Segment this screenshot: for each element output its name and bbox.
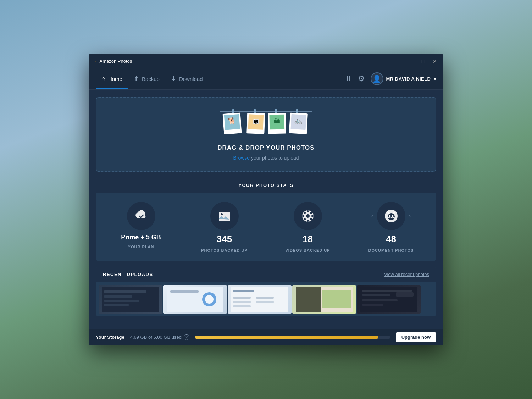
storage-info: 4.69 GB of 5.00 GB used ? <box>130 334 189 340</box>
recent-thumbnails <box>96 282 436 316</box>
nav-backup[interactable]: ⬆ Backup <box>128 68 165 89</box>
download-icon: ⬇ <box>171 75 176 83</box>
app-window: ~ Amazon Photos — □ ✕ ⌂ Home ⬆ Backup ⬇ … <box>89 54 443 345</box>
storage-progress-fill <box>195 336 378 339</box>
svg-point-33 <box>389 215 390 217</box>
svg-point-20 <box>306 214 310 218</box>
svg-rect-40 <box>104 295 132 298</box>
avatar-icon: 👤 <box>372 74 382 83</box>
cloud-check-icon <box>133 208 149 224</box>
home-icon: ⌂ <box>101 75 105 83</box>
close-button[interactable]: ✕ <box>431 58 439 65</box>
nav-download[interactable]: ⬇ Download <box>165 68 209 89</box>
stat-photos-value: 345 <box>217 234 232 245</box>
info-icon[interactable]: ? <box>184 334 189 340</box>
upgrade-button[interactable]: Upgrade now <box>396 332 436 342</box>
svg-point-22 <box>307 220 309 222</box>
svg-rect-50 <box>233 297 251 299</box>
svg-point-35 <box>390 217 392 218</box>
svg-rect-52 <box>233 301 251 303</box>
stat-photos-icon-wrap <box>210 202 239 230</box>
svg-rect-3 <box>275 109 277 114</box>
thumb-5-inner <box>357 285 421 314</box>
stat-plan-icon-wrap <box>127 202 155 230</box>
dropdown-icon: ▾ <box>434 76 437 82</box>
stat-docs-icon-wrap <box>377 202 405 230</box>
dropzone-title: DRAG & DROP YOUR PHOTOS <box>217 144 314 151</box>
svg-rect-42 <box>104 304 129 306</box>
stat-prev-button[interactable]: ‹ <box>371 212 373 220</box>
amazon-logo: ~ <box>93 57 97 65</box>
main-content: 🐕 👨‍👩‍👧 🏔 <box>89 90 443 329</box>
svg-rect-51 <box>256 297 274 299</box>
svg-point-23 <box>302 215 304 217</box>
svg-point-34 <box>392 215 393 217</box>
nav-home[interactable]: ⌂ Home <box>96 68 128 89</box>
browse-link[interactable]: Browse <box>233 155 250 161</box>
svg-point-26 <box>310 218 312 220</box>
thumb-3-inner <box>228 285 292 314</box>
dropzone-subtitle: Browse your photos to upload <box>233 155 299 161</box>
window-controls: — □ ✕ <box>406 58 439 65</box>
svg-rect-48 <box>233 290 254 292</box>
photo-icon <box>217 208 232 224</box>
svg-point-28 <box>310 212 312 214</box>
nav-home-label: Home <box>108 76 122 82</box>
svg-rect-60 <box>362 294 390 296</box>
storage-label: Your Storage <box>96 334 124 340</box>
svg-rect-39 <box>104 290 146 293</box>
nav-backup-label: Backup <box>142 76 160 82</box>
maximize-button[interactable]: □ <box>419 58 426 65</box>
view-all-link[interactable]: View all recent photos <box>384 272 429 277</box>
thumbnail-1[interactable] <box>99 285 162 314</box>
video-reel-icon <box>300 208 316 224</box>
svg-rect-54 <box>233 305 251 307</box>
thumb-4-inner <box>292 285 356 314</box>
storage-used-text: 4.69 GB of 5.00 GB used <box>130 334 182 340</box>
thumbnail-2[interactable] <box>163 285 227 314</box>
recent-title: RECENT UPLOADS <box>103 272 153 277</box>
svg-rect-44 <box>170 290 199 293</box>
stat-videos-value: 18 <box>303 234 313 245</box>
thumbnail-5[interactable] <box>357 285 421 314</box>
svg-text:🐕: 🐕 <box>228 117 236 125</box>
recent-section: RECENT UPLOADS View all recent photos <box>96 267 436 316</box>
svg-rect-56 <box>296 287 321 312</box>
thumbnail-3[interactable] <box>228 285 292 314</box>
cat-icon <box>383 208 399 224</box>
storage-progress-bar <box>195 336 390 339</box>
stat-plan-value: Prime + 5 GB <box>121 234 161 241</box>
svg-rect-41 <box>104 300 139 302</box>
stat-photos: 345 PHOTOS BACKED UP <box>186 202 262 253</box>
stat-docs-value: 48 <box>386 234 396 245</box>
svg-text:🏔: 🏔 <box>274 117 280 124</box>
svg-rect-62 <box>362 299 398 301</box>
stats-section: YOUR PHOTO STATS Prime + 5 GB YOUR PLAN <box>96 178 436 261</box>
stats-header: YOUR PHOTO STATS <box>96 178 436 193</box>
svg-rect-63 <box>362 304 383 306</box>
svg-text:👨‍👩‍👧: 👨‍👩‍👧 <box>253 118 260 124</box>
storage-bar: Your Storage 4.69 GB of 5.00 GB used ? U… <box>89 329 443 345</box>
svg-point-46 <box>205 295 214 304</box>
stat-next-button[interactable]: › <box>409 212 411 220</box>
svg-point-24 <box>311 215 314 217</box>
svg-rect-49 <box>233 294 286 294</box>
stat-documents: ‹ <box>353 202 429 253</box>
stat-videos: 18 VIDEOS BACKED UP <box>270 202 346 253</box>
svg-rect-53 <box>256 301 274 303</box>
stat-plan: Prime + 5 GB YOUR PLAN <box>103 202 179 253</box>
settings-button[interactable]: ⚙ <box>358 74 365 83</box>
svg-text:🚲: 🚲 <box>294 117 303 125</box>
pause-button[interactable]: ⏸ <box>344 74 352 83</box>
user-menu-button[interactable]: 👤 MR DAVID A NIELD ▾ <box>371 72 436 85</box>
minimize-button[interactable]: — <box>406 58 415 65</box>
svg-rect-57 <box>322 290 351 308</box>
dropzone-sub-text: your photos to upload <box>251 155 299 161</box>
user-name: MR DAVID A NIELD <box>386 76 431 82</box>
navbar: ⌂ Home ⬆ Backup ⬇ Download ⏸ ⚙ 👤 MR DAVI… <box>89 68 443 90</box>
svg-point-27 <box>304 218 306 220</box>
thumbnail-4[interactable] <box>292 285 356 314</box>
stats-grid: Prime + 5 GB YOUR PLAN 345 PHOTOS BACKED… <box>96 193 436 261</box>
dropzone[interactable]: 🐕 👨‍👩‍👧 🏔 <box>96 97 436 172</box>
svg-rect-61 <box>396 292 414 297</box>
